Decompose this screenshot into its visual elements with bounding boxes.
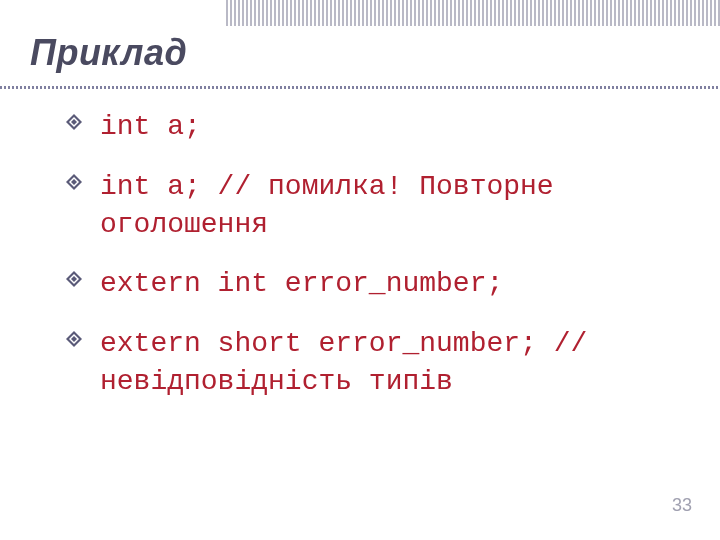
diamond-bullet-icon [66, 271, 82, 287]
diamond-bullet-icon [66, 331, 82, 347]
slide-title: Приклад [30, 32, 187, 74]
slide: { "title": "Приклад", "bullets": [ "int … [0, 0, 720, 540]
title-underline [0, 86, 720, 89]
page-number: 33 [672, 495, 692, 516]
list-item-text: extern short error_number; // невідповід… [100, 328, 587, 397]
list-item: extern short error_number; // невідповід… [48, 325, 680, 401]
list-item: int a; // помилка! Повторне оголошення [48, 168, 680, 244]
list-item: int a; [48, 108, 680, 146]
list-item-text: int a; // помилка! Повторне оголошення [100, 171, 554, 240]
list-item-text: int a; [100, 111, 201, 142]
top-divider [226, 0, 720, 26]
diamond-bullet-icon [66, 174, 82, 190]
list-item: extern int error_number; [48, 265, 680, 303]
diamond-bullet-icon [66, 114, 82, 130]
content-area: int a; int a; // помилка! Повторне оголо… [48, 108, 680, 423]
list-item-text: extern int error_number; [100, 268, 503, 299]
